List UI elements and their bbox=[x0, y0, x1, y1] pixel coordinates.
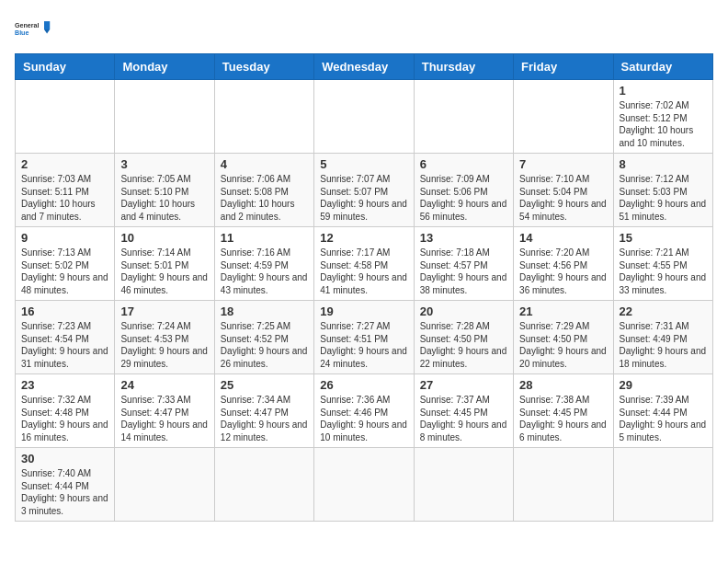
day-cell: 8Sunrise: 7:12 AM Sunset: 5:03 PM Daylig… bbox=[613, 154, 712, 227]
weekday-header-monday: Monday bbox=[115, 54, 214, 80]
day-cell bbox=[514, 80, 613, 154]
day-cell bbox=[314, 80, 414, 154]
day-cell: 18Sunrise: 7:25 AM Sunset: 4:52 PM Dayli… bbox=[214, 301, 313, 374]
day-number: 30 bbox=[21, 452, 108, 465]
day-number: 23 bbox=[21, 378, 108, 392]
day-info: Sunrise: 7:05 AM Sunset: 5:10 PM Dayligh… bbox=[120, 173, 208, 223]
day-cell: 9Sunrise: 7:13 AM Sunset: 5:02 PM Daylig… bbox=[16, 227, 115, 301]
day-info: Sunrise: 7:14 AM Sunset: 5:01 PM Dayligh… bbox=[120, 247, 208, 296]
week-row-1: 2Sunrise: 7:03 AM Sunset: 5:11 PM Daylig… bbox=[16, 154, 713, 227]
day-cell bbox=[414, 448, 513, 522]
day-cell: 26Sunrise: 7:36 AM Sunset: 4:46 PM Dayli… bbox=[314, 374, 414, 448]
day-cell bbox=[214, 80, 313, 154]
week-row-5: 30Sunrise: 7:40 AM Sunset: 4:44 PM Dayli… bbox=[16, 448, 713, 522]
day-info: Sunrise: 7:25 AM Sunset: 4:52 PM Dayligh… bbox=[221, 320, 308, 370]
day-number: 20 bbox=[420, 304, 507, 318]
day-info: Sunrise: 7:02 AM Sunset: 5:12 PM Dayligh… bbox=[620, 99, 707, 149]
day-info: Sunrise: 7:13 AM Sunset: 5:02 PM Dayligh… bbox=[21, 247, 108, 296]
day-cell bbox=[214, 448, 313, 522]
week-row-0: 1Sunrise: 7:02 AM Sunset: 5:12 PM Daylig… bbox=[16, 80, 713, 154]
day-cell: 17Sunrise: 7:24 AM Sunset: 4:53 PM Dayli… bbox=[115, 301, 214, 374]
day-info: Sunrise: 7:37 AM Sunset: 4:45 PM Dayligh… bbox=[420, 394, 507, 443]
day-info: Sunrise: 7:27 AM Sunset: 4:51 PM Dayligh… bbox=[320, 320, 407, 370]
day-info: Sunrise: 7:12 AM Sunset: 5:03 PM Dayligh… bbox=[620, 173, 707, 223]
day-cell: 4Sunrise: 7:06 AM Sunset: 5:08 PM Daylig… bbox=[214, 154, 313, 227]
day-number: 28 bbox=[519, 378, 607, 392]
day-info: Sunrise: 7:16 AM Sunset: 4:59 PM Dayligh… bbox=[221, 247, 308, 296]
weekday-header-sunday: Sunday bbox=[16, 54, 115, 80]
day-number: 4 bbox=[221, 157, 308, 171]
day-cell: 13Sunrise: 7:18 AM Sunset: 4:57 PM Dayli… bbox=[414, 227, 513, 301]
day-cell: 7Sunrise: 7:10 AM Sunset: 5:04 PM Daylig… bbox=[514, 154, 613, 227]
week-row-3: 16Sunrise: 7:23 AM Sunset: 4:54 PM Dayli… bbox=[16, 301, 713, 374]
day-number: 8 bbox=[620, 157, 707, 171]
day-cell: 22Sunrise: 7:31 AM Sunset: 4:49 PM Dayli… bbox=[613, 301, 712, 374]
day-number: 5 bbox=[320, 157, 407, 171]
day-cell: 16Sunrise: 7:23 AM Sunset: 4:54 PM Dayli… bbox=[16, 301, 115, 374]
day-info: Sunrise: 7:33 AM Sunset: 4:47 PM Dayligh… bbox=[120, 394, 208, 443]
day-number: 25 bbox=[221, 378, 308, 392]
day-number: 26 bbox=[320, 378, 407, 392]
day-cell: 25Sunrise: 7:34 AM Sunset: 4:47 PM Dayli… bbox=[214, 374, 313, 448]
day-number: 7 bbox=[519, 157, 607, 171]
logo: GeneralBlue bbox=[15, 15, 51, 44]
weekday-header-thursday: Thursday bbox=[414, 54, 513, 80]
day-cell: 27Sunrise: 7:37 AM Sunset: 4:45 PM Dayli… bbox=[414, 374, 513, 448]
day-info: Sunrise: 7:36 AM Sunset: 4:46 PM Dayligh… bbox=[320, 394, 407, 443]
day-number: 19 bbox=[320, 304, 407, 318]
day-number: 18 bbox=[221, 304, 308, 318]
weekday-header-saturday: Saturday bbox=[613, 54, 712, 80]
logo-icon: GeneralBlue bbox=[15, 15, 51, 44]
day-cell: 29Sunrise: 7:39 AM Sunset: 4:44 PM Dayli… bbox=[613, 374, 712, 448]
day-cell: 3Sunrise: 7:05 AM Sunset: 5:10 PM Daylig… bbox=[115, 154, 214, 227]
day-number: 1 bbox=[620, 84, 707, 98]
day-cell: 14Sunrise: 7:20 AM Sunset: 4:56 PM Dayli… bbox=[514, 227, 613, 301]
day-cell: 28Sunrise: 7:38 AM Sunset: 4:45 PM Dayli… bbox=[514, 374, 613, 448]
day-number: 29 bbox=[620, 378, 707, 392]
day-info: Sunrise: 7:28 AM Sunset: 4:50 PM Dayligh… bbox=[420, 320, 507, 370]
day-info: Sunrise: 7:24 AM Sunset: 4:53 PM Dayligh… bbox=[120, 320, 208, 370]
day-number: 24 bbox=[120, 378, 208, 392]
day-number: 6 bbox=[420, 157, 507, 171]
day-number: 11 bbox=[221, 231, 308, 245]
day-number: 15 bbox=[620, 231, 707, 245]
day-info: Sunrise: 7:40 AM Sunset: 4:44 PM Dayligh… bbox=[21, 467, 108, 517]
day-cell bbox=[414, 80, 513, 154]
day-info: Sunrise: 7:38 AM Sunset: 4:45 PM Dayligh… bbox=[519, 394, 607, 443]
day-cell: 10Sunrise: 7:14 AM Sunset: 5:01 PM Dayli… bbox=[115, 227, 214, 301]
day-info: Sunrise: 7:07 AM Sunset: 5:07 PM Dayligh… bbox=[320, 173, 407, 223]
day-number: 10 bbox=[120, 231, 208, 245]
day-number: 21 bbox=[519, 304, 607, 318]
day-info: Sunrise: 7:18 AM Sunset: 4:57 PM Dayligh… bbox=[420, 247, 507, 296]
day-number: 9 bbox=[21, 231, 108, 245]
day-number: 2 bbox=[21, 157, 108, 171]
day-info: Sunrise: 7:29 AM Sunset: 4:50 PM Dayligh… bbox=[519, 320, 607, 370]
svg-text:General: General bbox=[15, 22, 40, 29]
day-cell: 19Sunrise: 7:27 AM Sunset: 4:51 PM Dayli… bbox=[314, 301, 414, 374]
day-info: Sunrise: 7:34 AM Sunset: 4:47 PM Dayligh… bbox=[221, 394, 308, 443]
week-row-4: 23Sunrise: 7:32 AM Sunset: 4:48 PM Dayli… bbox=[16, 374, 713, 448]
day-cell bbox=[613, 448, 712, 522]
calendar: SundayMondayTuesdayWednesdayThursdayFrid… bbox=[15, 53, 713, 522]
weekday-header-tuesday: Tuesday bbox=[214, 54, 313, 80]
svg-text:Blue: Blue bbox=[15, 29, 28, 37]
day-info: Sunrise: 7:10 AM Sunset: 5:04 PM Dayligh… bbox=[519, 173, 607, 223]
day-number: 12 bbox=[320, 231, 407, 245]
day-cell bbox=[115, 448, 214, 522]
day-cell bbox=[16, 80, 115, 154]
day-cell bbox=[115, 80, 214, 154]
day-cell: 21Sunrise: 7:29 AM Sunset: 4:50 PM Dayli… bbox=[514, 301, 613, 374]
day-cell: 15Sunrise: 7:21 AM Sunset: 4:55 PM Dayli… bbox=[613, 227, 712, 301]
day-cell: 6Sunrise: 7:09 AM Sunset: 5:06 PM Daylig… bbox=[414, 154, 513, 227]
day-info: Sunrise: 7:31 AM Sunset: 4:49 PM Dayligh… bbox=[620, 320, 707, 370]
day-info: Sunrise: 7:21 AM Sunset: 4:55 PM Dayligh… bbox=[620, 247, 707, 296]
day-info: Sunrise: 7:23 AM Sunset: 4:54 PM Dayligh… bbox=[21, 320, 108, 370]
day-info: Sunrise: 7:32 AM Sunset: 4:48 PM Dayligh… bbox=[21, 394, 108, 443]
day-info: Sunrise: 7:06 AM Sunset: 5:08 PM Dayligh… bbox=[221, 173, 308, 223]
weekday-header-friday: Friday bbox=[514, 54, 613, 80]
day-cell: 30Sunrise: 7:40 AM Sunset: 4:44 PM Dayli… bbox=[16, 448, 115, 522]
day-cell: 24Sunrise: 7:33 AM Sunset: 4:47 PM Dayli… bbox=[115, 374, 214, 448]
weekday-header-wednesday: Wednesday bbox=[314, 54, 414, 80]
header: GeneralBlue bbox=[15, 15, 713, 44]
day-info: Sunrise: 7:39 AM Sunset: 4:44 PM Dayligh… bbox=[620, 394, 707, 443]
